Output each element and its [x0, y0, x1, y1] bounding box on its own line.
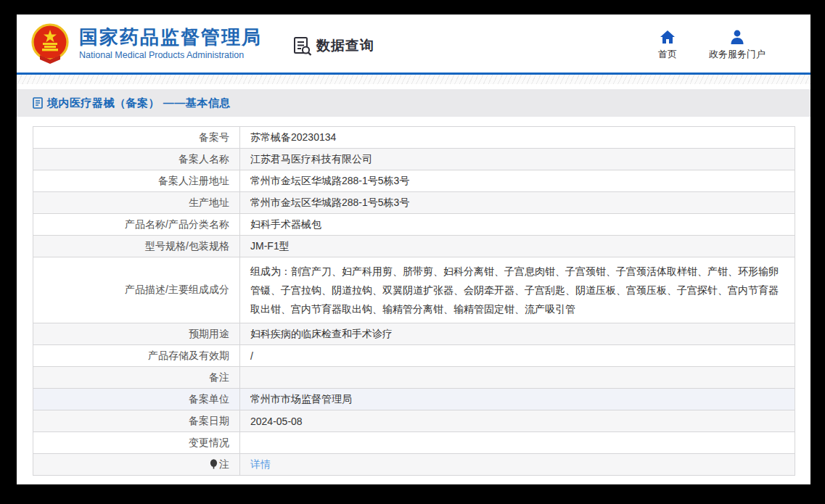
data-query-module[interactable]: 数据查询: [292, 36, 374, 56]
field-value: 江苏君马医疗科技有限公司: [240, 149, 795, 170]
table-row: 预期用途 妇科疾病的临床检查和手术诊疗: [33, 323, 795, 345]
note-pin-icon: [210, 459, 218, 469]
field-value: 妇科手术器械包: [240, 214, 795, 236]
field-label: 变更情况: [33, 432, 240, 454]
table-row: 备案单位 常州市市场监督管理局: [33, 389, 795, 410]
field-label: 备案号: [33, 127, 240, 149]
field-value: 组成为：剖宫产刀、妇产科用剪、脐带剪、妇科分离钳、子宫息肉钳、子宫颈钳、子宫颈活…: [240, 257, 795, 323]
field-value: [240, 367, 795, 389]
home-icon: [660, 30, 676, 44]
table-row: 产品名称/产品分类名称 妇科手术器械包: [33, 214, 795, 236]
browser-page: 国家药品监督管理局 National Medical Products Admi…: [17, 15, 810, 484]
field-label: 备案人注册地址: [33, 170, 240, 192]
org-title: 国家药品监督管理局: [79, 27, 262, 49]
field-value: 常州市金坛区华城路288-1号5栋3号: [240, 170, 795, 192]
note-label: 注: [219, 458, 229, 470]
table-row: 型号规格/包装规格 JM-F1型: [33, 236, 795, 257]
field-label: 备注: [33, 367, 240, 389]
table-row: 备案号 苏常械备20230134: [33, 127, 795, 149]
field-value: JM-F1型: [240, 236, 795, 257]
field-value: 苏常械备20230134: [240, 127, 795, 149]
field-value: 2024-05-08: [240, 410, 795, 432]
top-nav: 首页 政务服务门户: [658, 30, 766, 61]
nav-item-gov-portal[interactable]: 政务服务门户: [709, 30, 766, 61]
field-label: 产品名称/产品分类名称: [33, 214, 240, 236]
table-row: 备案人注册地址 常州市金坛区华城路288-1号5栋3号: [33, 170, 795, 192]
document-icon: [33, 97, 43, 109]
field-value: 常州市金坛区华城路288-1号5栋3号: [240, 192, 795, 214]
table-row: 注 详情: [33, 454, 795, 476]
field-value: 妇科疾病的临床检查和手术诊疗: [240, 323, 795, 345]
table-row: 备案日期 2024-05-08: [33, 410, 795, 432]
national-emblem-logo: [30, 23, 70, 64]
page-title: 境内医疗器械（备案） ——基本信息: [47, 96, 231, 110]
field-label: 产品存储及有效期: [33, 345, 240, 367]
field-label: 型号规格/包装规格: [33, 236, 240, 257]
main-content: 境内医疗器械（备案） ——基本信息 备案号 苏常械备20230134 备案人名称…: [17, 84, 810, 484]
nav-item-home[interactable]: 首页: [658, 30, 677, 61]
field-label: 注: [33, 454, 240, 476]
nav-label-gov-portal: 政务服务门户: [709, 48, 766, 61]
field-value: 常州市市场监督管理局: [240, 389, 795, 410]
user-icon: [729, 30, 745, 44]
nav-label-home: 首页: [658, 48, 677, 61]
field-label: 备案日期: [33, 410, 240, 432]
table-row: 变更情况: [33, 432, 795, 454]
org-subtitle: National Medical Products Administration: [79, 50, 262, 60]
site-header: 国家药品监督管理局 National Medical Products Admi…: [17, 15, 810, 73]
table-row: 备案人名称 江苏君马医疗科技有限公司: [33, 149, 795, 170]
field-label: 预期用途: [33, 323, 240, 345]
field-label: 备案人名称: [33, 149, 240, 170]
breadcrumb: 境内医疗器械（备案） ——基本信息: [17, 89, 810, 117]
record-table-wrap: 备案号 苏常械备20230134 备案人名称 江苏君马医疗科技有限公司 备案人注…: [33, 126, 795, 476]
table-row: 产品描述/主要组成成分 组成为：剖宫产刀、妇产科用剪、脐带剪、妇科分离钳、子宫息…: [33, 257, 795, 323]
field-value: [240, 432, 795, 454]
hatched-background-strip: [17, 75, 810, 84]
table-row: 备注: [33, 367, 795, 389]
record-table: 备案号 苏常械备20230134 备案人名称 江苏君马医疗科技有限公司 备案人注…: [33, 126, 795, 476]
brand-block[interactable]: 国家药品监督管理局 National Medical Products Admi…: [30, 23, 262, 64]
document-search-icon: [292, 36, 312, 56]
table-row: 生产地址 常州市金坛区华城路288-1号5栋3号: [33, 192, 795, 214]
detail-link[interactable]: 详情: [250, 458, 271, 470]
field-label: 备案单位: [33, 389, 240, 410]
field-label: 生产地址: [33, 192, 240, 214]
table-row: 产品存储及有效期 /: [33, 345, 795, 367]
module-title: 数据查询: [316, 36, 374, 55]
field-value: /: [240, 345, 795, 367]
field-label: 产品描述/主要组成成分: [33, 257, 240, 323]
